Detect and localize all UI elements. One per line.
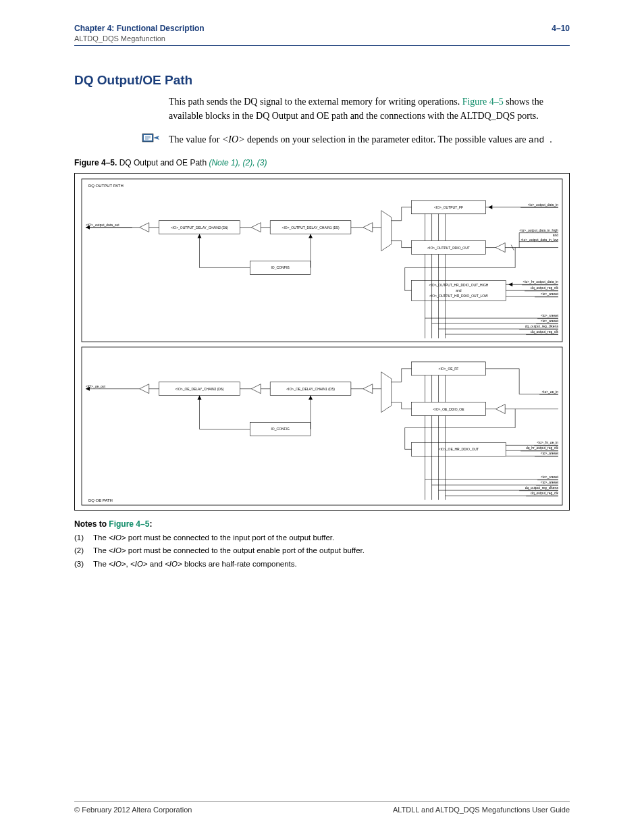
page-footer: © February 2012 Altera Corporation ALTDL… xyxy=(74,801,570,814)
svg-text:DQ OE PATH: DQ OE PATH xyxy=(88,498,113,502)
intro-text-1: This path sends the DQ signal to the ext… xyxy=(169,97,460,107)
chapter-label: Chapter 4: Functional Description xyxy=(74,24,205,33)
svg-text:<IO>_OUTPUT_FF: <IO>_OUTPUT_FF xyxy=(434,205,463,209)
svg-text:<io>_hr_oe_in: <io>_hr_oe_in xyxy=(537,440,558,444)
note-3: (3) The <IO>, <IO> and <IO> blocks are h… xyxy=(74,558,570,571)
fig-note2-link[interactable]: (2) xyxy=(242,158,252,167)
svg-text:<io>_sreset: <io>_sreset xyxy=(541,475,559,479)
svg-text:dq_output_reg_clk: dq_output_reg_clk xyxy=(531,330,558,334)
svg-text:and: and xyxy=(553,232,559,236)
footer-right: ALTDLL and ALTDQ_DQS Megafunctions User … xyxy=(393,806,570,814)
svg-text:<IO>_OUTPUT_DELAY_CHAIN1 (D5): <IO>_OUTPUT_DELAY_CHAIN1 (D5) xyxy=(282,225,340,229)
notes-fig-link[interactable]: Figure 4–5 xyxy=(109,519,149,529)
page-header: Chapter 4: Functional Description ALTDQ_… xyxy=(74,24,570,43)
svg-text:<io>_hr_output_data_in: <io>_hr_output_data_in xyxy=(523,280,559,284)
svg-text:dq_output_reg_clk: dq_output_reg_clk xyxy=(531,491,558,495)
svg-text:<IO>_OUTPUT_DELAY_CHAIN2 (D6): <IO>_OUTPUT_DELAY_CHAIN2 (D6) xyxy=(171,225,228,229)
svg-text:DQ OUTPUT PATH: DQ OUTPUT PATH xyxy=(88,183,124,187)
svg-text:<io>_sreset: <io>_sreset xyxy=(541,313,559,317)
svg-text:<IO>_OE_DELAY_CHAIN2 (D6): <IO>_OE_DELAY_CHAIN2 (D6) xyxy=(176,386,224,390)
svg-text:<IO>_OUTPUT_DDIO_OUT: <IO>_OUTPUT_DDIO_OUT xyxy=(427,245,470,249)
svg-text:<io>_areset: <io>_areset xyxy=(541,451,559,455)
fig-note1-link[interactable]: (Note 1) xyxy=(209,158,238,167)
svg-text:and: and xyxy=(456,288,462,292)
section-heading: DQ Output/OE Path xyxy=(74,73,570,88)
intro-paragraph: This path sends the DQ signal to the ext… xyxy=(169,95,570,123)
header-rule xyxy=(74,45,570,46)
svg-text:<io>_output_data_in_low: <io>_output_data_in_low xyxy=(520,237,558,241)
figure-link[interactable]: Figure 4–5 xyxy=(462,97,504,107)
svg-text:IO_CONFIG: IO_CONFIG xyxy=(271,265,289,269)
note-2: (2) The <IO> port must be connected to t… xyxy=(74,544,570,558)
svg-text:dq_hr_output_reg_clk: dq_hr_output_reg_clk xyxy=(526,446,559,450)
note-icon xyxy=(142,132,161,143)
figure-caption: Figure 4–5. DQ Output and OE Path (Note … xyxy=(74,158,570,167)
header-subtitle: ALTDQ_DQS Megafunction xyxy=(74,34,205,43)
fig-note3-link[interactable]: (3) xyxy=(257,158,267,167)
svg-text:<io>_areset: <io>_areset xyxy=(541,319,559,323)
svg-text:IO_CONFIG: IO_CONFIG xyxy=(271,427,289,431)
page: Chapter 4: Functional Description ALTDQ_… xyxy=(0,0,644,834)
svg-text:<IO>_OUTPUT_HR_DDIO_OUT_HIGH: <IO>_OUTPUT_HR_DDIO_OUT_HIGH xyxy=(429,283,489,287)
svg-text:dq_output_reg_clk: dq_output_reg_clk xyxy=(531,286,558,290)
svg-text:<IO>_output_data_out: <IO>_output_data_out xyxy=(86,222,119,226)
svg-text:<IO>_OE_FF: <IO>_OE_FF xyxy=(439,366,459,370)
block-diagram: DQ OUTPUT PATH <IO>_output_data_out <IO>… xyxy=(74,173,570,511)
page-number: 4–10 xyxy=(552,24,570,43)
svg-text:<io>_oe_in: <io>_oe_in xyxy=(541,389,558,393)
svg-text:<IO>_OUTPUT_HR_DDIO_OUT_LOW: <IO>_OUTPUT_HR_DDIO_OUT_LOW xyxy=(429,294,488,298)
fig-num: Figure 4–5. xyxy=(74,158,117,167)
notes-list: (1) The <IO> port must be connected to t… xyxy=(74,531,570,571)
note-callout: The value for <IO> depends on your selec… xyxy=(74,132,570,147)
svg-text:<IO>_OE_HR_DDIO_OUT: <IO>_OE_HR_DDIO_OUT xyxy=(439,447,479,451)
svg-text:<IO>_OE_DELAY_CHAIN1 (D5): <IO>_OE_DELAY_CHAIN1 (D5) xyxy=(286,386,335,390)
svg-text:dq_output_reg_clkena: dq_output_reg_clkena xyxy=(525,324,558,328)
svg-text:dq_output_reg_clkena: dq_output_reg_clkena xyxy=(525,486,558,490)
notes-heading: Notes to Figure 4–5: xyxy=(74,519,570,529)
svg-text:<io>_areset: <io>_areset xyxy=(541,480,559,484)
note-text: The value for <IO> depends on your selec… xyxy=(169,132,552,147)
svg-text:<IO>_OE_DDIO_OE: <IO>_OE_DDIO_OE xyxy=(433,407,464,411)
fig-title: DQ Output and OE Path xyxy=(117,158,209,167)
svg-rect-83 xyxy=(82,346,562,504)
svg-rect-5 xyxy=(82,178,562,341)
svg-text:<io>_areset: <io>_areset xyxy=(541,292,559,296)
svg-text:<io>_output_data_in_high: <io>_output_data_in_high xyxy=(520,228,559,232)
note-1: (1) The <IO> port must be connected to t… xyxy=(74,531,570,545)
svg-text:<io>_output_data_in: <io>_output_data_in xyxy=(528,202,559,206)
footer-left: © February 2012 Altera Corporation xyxy=(74,806,192,814)
